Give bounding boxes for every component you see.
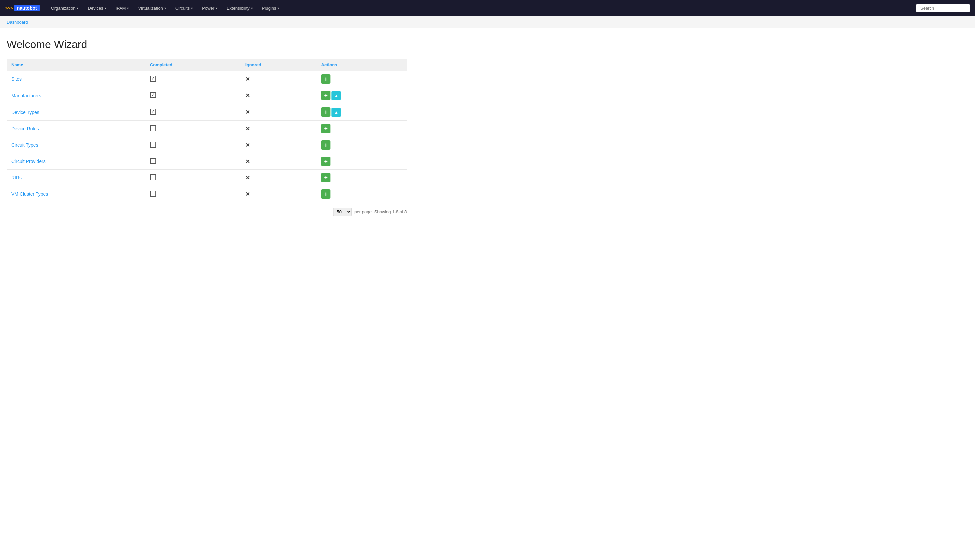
table-row: Device Types✕+▲: [7, 104, 407, 121]
x-icon: ✕: [245, 126, 250, 132]
brand: >>> nautobot: [5, 5, 40, 11]
add-button-device-types[interactable]: +: [321, 107, 330, 117]
table-row: VM Cluster Types✕+: [7, 186, 407, 202]
chevron-down-icon: ▾: [216, 6, 217, 10]
plus-icon: +: [324, 126, 328, 132]
table-row: RIRs✕+: [7, 170, 407, 186]
table-row: Circuit Types✕+: [7, 137, 407, 153]
upload-button-manufacturers[interactable]: ▲: [332, 91, 341, 100]
checkbox-checked-icon: [150, 76, 156, 82]
breadcrumb-dashboard[interactable]: Dashboard: [7, 20, 28, 25]
per-page-select[interactable]: 25 50 100: [333, 208, 352, 216]
breadcrumb: Dashboard: [0, 16, 975, 28]
add-button-vm-cluster-types[interactable]: +: [321, 189, 330, 199]
nav-item-extensibility[interactable]: Extensibility ▾: [223, 0, 256, 16]
checkbox-unchecked-icon: [150, 191, 156, 197]
plus-icon: +: [324, 158, 328, 164]
nav-label-devices: Devices: [88, 6, 103, 11]
brand-name[interactable]: nautobot: [14, 5, 40, 11]
table-body: Sites✕+Manufacturers✕+▲Device Types✕+▲De…: [7, 71, 407, 202]
table-row: Circuit Providers✕+: [7, 153, 407, 170]
nav-label-virtualization: Virtualization: [138, 6, 163, 11]
col-ignored: Ignored: [241, 59, 317, 71]
checkbox-checked-icon: [150, 109, 156, 115]
add-button-circuit-types[interactable]: +: [321, 140, 330, 150]
nav-item-organization[interactable]: Organization ▾: [48, 0, 82, 16]
navbar: >>> nautobot Organization ▾ Devices ▾ IP…: [0, 0, 975, 16]
add-button-device-roles[interactable]: +: [321, 124, 330, 133]
table-row: Device Roles✕+: [7, 121, 407, 137]
checkbox-checked-icon: [150, 92, 156, 98]
chevron-down-icon: ▾: [105, 6, 107, 10]
plus-icon: +: [324, 191, 328, 197]
pagination-bar: 25 50 100 per page Showing 1-8 of 8: [7, 202, 407, 221]
chevron-down-icon: ▾: [164, 6, 166, 10]
x-icon: ✕: [245, 191, 250, 197]
x-icon: ✕: [245, 93, 250, 98]
nav-item-ipam[interactable]: IPAM ▾: [112, 0, 132, 16]
wizard-table: Name Completed Ignored Actions Sites✕+Ma…: [7, 59, 407, 202]
chevron-down-icon: ▾: [277, 6, 279, 10]
checkbox-unchecked-icon: [150, 158, 156, 164]
nav-item-virtualization[interactable]: Virtualization ▾: [135, 0, 169, 16]
search-input[interactable]: [916, 4, 970, 12]
chevron-down-icon: ▾: [77, 6, 78, 10]
table-header: Name Completed Ignored Actions: [7, 59, 407, 71]
table-row: Manufacturers✕+▲: [7, 87, 407, 104]
x-icon: ✕: [245, 76, 250, 82]
plus-icon: +: [324, 76, 328, 82]
row-link-rirs[interactable]: RIRs: [11, 175, 22, 180]
plus-icon: +: [324, 92, 328, 98]
nav-label-ipam: IPAM: [116, 6, 126, 11]
row-link-sites[interactable]: Sites: [11, 76, 22, 82]
nav-item-power[interactable]: Power ▾: [199, 0, 221, 16]
checkbox-unchecked-icon: [150, 125, 156, 131]
row-link-vm-cluster-types[interactable]: VM Cluster Types: [11, 191, 48, 197]
col-actions: Actions: [317, 59, 407, 71]
col-completed: Completed: [145, 59, 241, 71]
x-icon: ✕: [245, 142, 250, 148]
row-link-manufacturers[interactable]: Manufacturers: [11, 93, 41, 98]
nav-item-circuits[interactable]: Circuits ▾: [172, 0, 196, 16]
nav-label-plugins: Plugins: [262, 6, 277, 11]
nav-item-devices[interactable]: Devices ▾: [84, 0, 109, 16]
upload-button-device-types[interactable]: ▲: [332, 108, 341, 117]
add-button-circuit-providers[interactable]: +: [321, 157, 330, 166]
checkbox-unchecked-icon: [150, 174, 156, 180]
showing-text: Showing 1-8 of 8: [374, 209, 407, 214]
nav-label-power: Power: [202, 6, 214, 11]
col-name: Name: [7, 59, 145, 71]
nav-label-extensibility: Extensibility: [227, 6, 250, 11]
nav-label-organization: Organization: [51, 6, 76, 11]
x-icon: ✕: [245, 159, 250, 164]
brand-arrows: >>>: [5, 6, 13, 11]
plus-icon: +: [324, 175, 328, 181]
per-page-label: per page: [355, 209, 372, 214]
chevron-down-icon: ▾: [127, 6, 129, 10]
row-link-circuit-providers[interactable]: Circuit Providers: [11, 159, 46, 164]
plus-icon: +: [324, 109, 328, 115]
nav-label-circuits: Circuits: [175, 6, 190, 11]
page-title: Welcome Wizard: [7, 38, 407, 51]
row-link-device-types[interactable]: Device Types: [11, 110, 39, 115]
plus-icon: +: [324, 142, 328, 148]
chevron-down-icon: ▾: [251, 6, 253, 10]
upload-icon: ▲: [334, 93, 338, 98]
row-link-device-roles[interactable]: Device Roles: [11, 126, 39, 131]
upload-icon: ▲: [334, 110, 338, 115]
add-button-manufacturers[interactable]: +: [321, 91, 330, 100]
checkbox-unchecked-icon: [150, 142, 156, 148]
add-button-sites[interactable]: +: [321, 74, 330, 84]
x-icon: ✕: [245, 109, 250, 115]
main-content: Welcome Wizard Name Completed Ignored Ac…: [0, 28, 413, 228]
nav-item-plugins[interactable]: Plugins ▾: [259, 0, 283, 16]
x-icon: ✕: [245, 175, 250, 181]
row-link-circuit-types[interactable]: Circuit Types: [11, 142, 38, 148]
table-row: Sites✕+: [7, 71, 407, 87]
add-button-rirs[interactable]: +: [321, 173, 330, 182]
chevron-down-icon: ▾: [191, 6, 193, 10]
